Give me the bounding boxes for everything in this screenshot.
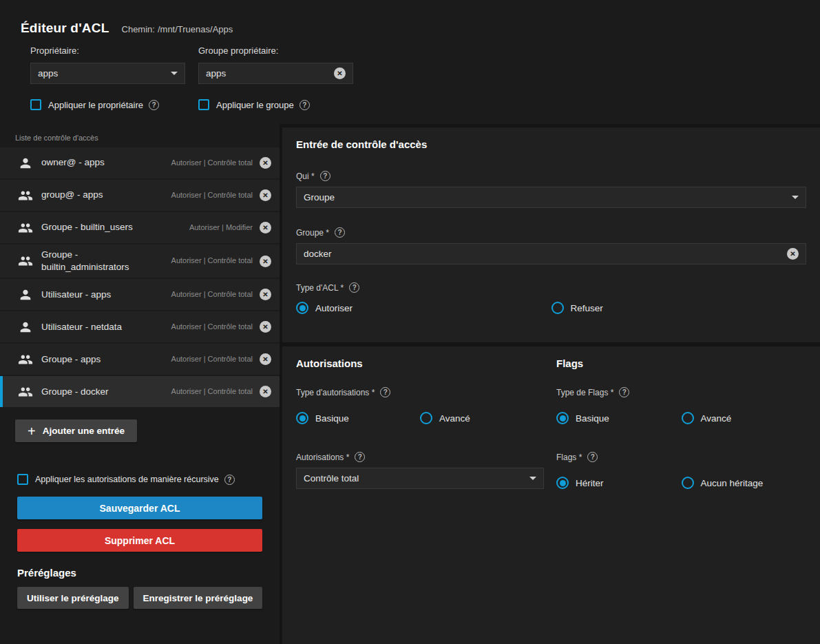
acl-entry-permission: Autoriser | Contrôle total	[155, 354, 253, 365]
save-preset-button[interactable]: Enregistrer le préréglage	[134, 587, 263, 609]
radio-label: Aucun héritage	[701, 478, 764, 488]
acl-entry-name: Utilisateur - netdata	[41, 321, 155, 333]
radio-button-icon[interactable]	[682, 477, 694, 489]
flags-column: Flags Type de Flags * BasiqueAvancé Flag…	[556, 357, 806, 633]
group-input[interactable]: docker	[296, 243, 806, 264]
clear-owner-group-icon[interactable]	[334, 67, 346, 79]
acl-entry-permission: Autoriser | Contrôle total	[155, 256, 253, 267]
acl-type-radio-group: AutoriserRefuser	[296, 302, 806, 314]
acl-entry-row[interactable]: Groupe - builtin_administrators Autorise…	[0, 245, 280, 278]
radio-button-icon[interactable]	[551, 302, 564, 314]
help-icon[interactable]	[355, 452, 365, 462]
remove-entry-icon[interactable]	[260, 353, 271, 365]
user-icon	[18, 156, 34, 171]
group-icon	[18, 220, 34, 236]
group-label: Groupe *	[296, 228, 329, 238]
help-icon[interactable]	[349, 282, 359, 293]
acl-entry-row[interactable]: Groupe - builtin_users Autoriser | Modif…	[0, 212, 280, 243]
radio-button-icon[interactable]	[682, 412, 694, 424]
help-icon[interactable]	[224, 475, 235, 485]
who-label: Qui *	[296, 172, 315, 181]
access-control-entry-card: Entrée de contrôle d'accès Qui * Groupe …	[282, 127, 820, 342]
add-entry-label: Ajouter une entrée	[43, 426, 125, 436]
radio-option-h-riter[interactable]: Hériter	[556, 477, 682, 489]
permissions-select-label: Autorisations *	[296, 453, 349, 462]
acl-entry-row[interactable]: Utilisateur - netdata Autoriser | Contrô…	[0, 311, 280, 342]
dataset-path: Chemin:/mnt/Truenas/Apps	[122, 24, 236, 34]
acl-entry-row[interactable]: owner@ - apps Autoriser | Contrôle total	[0, 147, 280, 178]
help-icon[interactable]	[380, 387, 390, 397]
chevron-down-icon	[171, 72, 178, 75]
save-acl-button[interactable]: Sauvegarder ACL	[17, 497, 262, 519]
acl-entry-name: Groupe - builtin_users	[41, 221, 155, 233]
owner-label: Propriétaire:	[30, 45, 198, 56]
checkbox-icon[interactable]	[198, 99, 209, 110]
acl-entry-permission: Autoriser | Contrôle total	[155, 158, 253, 169]
remove-entry-icon[interactable]	[260, 321, 271, 333]
group-icon	[18, 384, 34, 399]
acl-entry-permission: Autoriser | Contrôle total	[155, 289, 253, 300]
checkbox-icon[interactable]	[17, 474, 28, 485]
remove-entry-icon[interactable]	[260, 157, 271, 169]
remove-entry-icon[interactable]	[260, 222, 271, 233]
radio-button-icon[interactable]	[420, 412, 432, 424]
acl-entry-name: Groupe - builtin_administrators	[41, 249, 155, 273]
who-value: Groupe	[304, 192, 786, 202]
radio-option-avanc-[interactable]: Avancé	[420, 412, 544, 424]
owner-value: apps	[38, 68, 165, 79]
radio-label: Refuser	[571, 303, 603, 313]
user-icon	[18, 287, 34, 302]
help-icon[interactable]	[149, 100, 159, 110]
acl-entry-row[interactable]: group@ - apps Autoriser | Contrôle total	[0, 180, 280, 211]
acl-entry-name: owner@ - apps	[41, 156, 155, 169]
owner-group-input[interactable]: apps	[198, 63, 353, 84]
acl-entry-row[interactable]: Groupe - docker Autoriser | Contrôle tot…	[0, 376, 280, 407]
apply-group-checkbox[interactable]: Appliquer le groupe	[198, 99, 310, 110]
acl-list: owner@ - apps Autoriser | Contrôle total…	[0, 147, 280, 407]
help-icon[interactable]	[299, 100, 310, 110]
path-value: /mnt/Truenas/Apps	[158, 24, 233, 34]
help-icon[interactable]	[619, 387, 629, 397]
group-icon	[18, 188, 34, 203]
radio-button-icon[interactable]	[556, 477, 569, 489]
add-entry-button[interactable]: Ajouter une entrée	[15, 419, 137, 442]
owner-select[interactable]: apps	[30, 63, 185, 84]
radio-label: Basique	[315, 413, 349, 424]
remove-entry-icon[interactable]	[260, 386, 271, 397]
remove-entry-icon[interactable]	[260, 256, 271, 267]
chevron-down-icon	[529, 477, 536, 480]
remove-entry-icon[interactable]	[260, 289, 271, 300]
owner-group-label: Groupe propriétaire:	[198, 45, 366, 56]
delete-acl-button[interactable]: Supprimer ACL	[17, 529, 262, 552]
entry-section-title: Entrée de contrôle d'accès	[296, 138, 806, 150]
apply-owner-label: Appliquer le propriétaire	[48, 100, 143, 110]
help-icon[interactable]	[320, 171, 330, 181]
help-icon[interactable]	[335, 227, 345, 238]
apply-recursive-checkbox[interactable]: Appliquer les autorisations de manière r…	[17, 474, 235, 485]
acl-entry-row[interactable]: Utilisateur - apps Autoriser | Contrôle …	[0, 279, 280, 310]
radio-option-avanc-[interactable]: Avancé	[682, 412, 807, 424]
help-icon[interactable]	[587, 452, 598, 462]
permissions-select[interactable]: Contrôle total	[296, 468, 544, 489]
radio-option-basique[interactable]: Basique	[556, 412, 682, 424]
radio-option-aucun-h-ritage[interactable]: Aucun héritage	[682, 477, 807, 489]
path-label: Chemin:	[122, 24, 155, 34]
radio-button-icon[interactable]	[296, 412, 308, 424]
apply-group-label: Appliquer le groupe	[216, 100, 294, 110]
checkbox-icon[interactable]	[30, 99, 41, 110]
use-preset-button[interactable]: Utiliser le préréglage	[17, 587, 129, 609]
acl-entry-row[interactable]: Groupe - apps Autoriser | Contrôle total	[0, 344, 280, 375]
remove-entry-icon[interactable]	[260, 189, 271, 201]
radio-button-icon[interactable]	[296, 302, 308, 314]
acl-entry-permission: Autoriser | Modifier	[155, 222, 253, 233]
radio-option-autoriser[interactable]: Autoriser	[296, 302, 551, 314]
user-icon	[18, 320, 34, 335]
radio-button-icon[interactable]	[556, 412, 569, 424]
clear-group-icon[interactable]	[787, 248, 799, 260]
apply-owner-checkbox[interactable]: Appliquer le propriétaire	[30, 99, 198, 110]
radio-option-refuser[interactable]: Refuser	[551, 302, 807, 314]
radio-option-basique[interactable]: Basique	[296, 412, 420, 424]
permissions-type-label: Type d'autorisations *	[296, 388, 375, 397]
who-select[interactable]: Groupe	[296, 187, 806, 208]
group-value: docker	[304, 249, 781, 259]
